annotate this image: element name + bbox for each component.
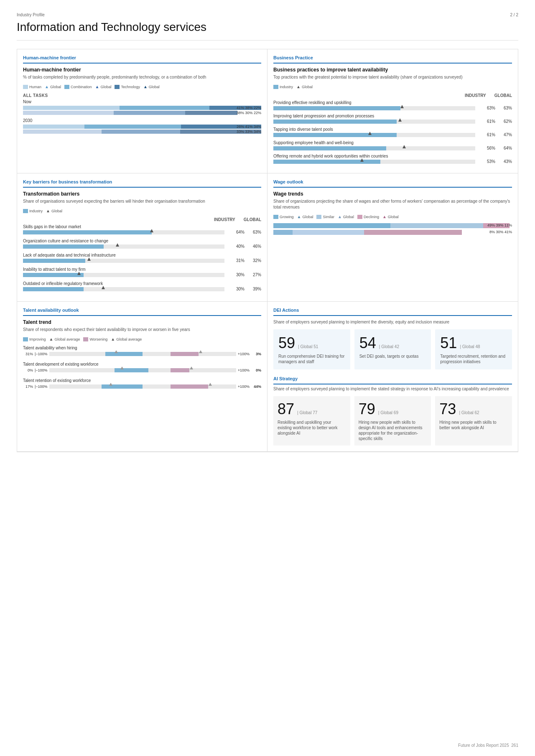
wage-subtitle: Share of organizations projecting the sh… bbox=[273, 199, 512, 210]
ai-number-1: 79 | Global 69 bbox=[359, 400, 427, 418]
dei-card-1: 54 | Global 42 Set DEI goals, targets or… bbox=[354, 329, 431, 369]
practice-label-3: Supporting employee health and well-bein… bbox=[273, 140, 512, 145]
talent-rows: Talent availability when hiring 31% |−10… bbox=[23, 346, 261, 389]
practice-values-3: 56%64% bbox=[479, 146, 512, 150]
practice-bar-bg-3 bbox=[273, 146, 475, 150]
wage-global-tri1: ▲ bbox=[297, 214, 301, 219]
barrier-label-2: Lack of adequate data and technical infr… bbox=[23, 253, 261, 257]
bp-industry-color bbox=[273, 85, 278, 89]
talent-header: Talent availability outlook bbox=[23, 308, 261, 316]
ai-strategy-section: AI Strategy Share of employers surveyed … bbox=[273, 376, 512, 445]
ai-desc-2: Hiring new people with skills to better … bbox=[439, 420, 508, 430]
barrier-bar-fill-1 bbox=[23, 244, 104, 249]
now-bar-1: 41% 38% 22% bbox=[23, 106, 261, 110]
y2030-combo-bar2 bbox=[102, 130, 180, 134]
wage-legend: Growing ▲ Global Similar ▲ Global Declin… bbox=[273, 214, 512, 219]
talent-row-label-2: Talent retention of existing workforce bbox=[23, 378, 261, 383]
barrier-row-4: Outdated or inflexible regulatory framew… bbox=[23, 281, 261, 291]
dei-number-0: 59 | Global 51 bbox=[278, 334, 345, 352]
wage-header: Wage outlook bbox=[273, 179, 512, 188]
talent-row-bars-2: 17% |−100% +100% 44% bbox=[23, 384, 261, 389]
talent-panel: Talent availability outlook Talent trend… bbox=[17, 302, 268, 452]
barrier-bar-fill-2 bbox=[23, 259, 85, 263]
practice-bar-fill-3 bbox=[273, 146, 386, 150]
talent-bar-bg-1 bbox=[49, 368, 236, 372]
legend-global3: ▲ Global bbox=[143, 84, 160, 89]
all-tasks-label: ALL TASKS bbox=[23, 93, 261, 98]
ai-strategy-header: AI Strategy bbox=[273, 376, 512, 384]
now-human-bar2 bbox=[23, 111, 114, 115]
bp-col-global: GLOBAL bbox=[494, 93, 512, 98]
practice-row-3: Supporting employee health and well-bein… bbox=[273, 140, 512, 150]
wage-growing-bar-2 bbox=[273, 230, 293, 235]
dei-card-2: 51 | Global 48 Targeted recruitment, ret… bbox=[435, 329, 512, 369]
barriers-global-triangle: ▲ bbox=[46, 209, 50, 213]
talent-right-marker-0: +100% bbox=[236, 352, 250, 356]
now-human-bar bbox=[23, 106, 120, 110]
barrier-label-4: Outdated or inflexible regulatory framew… bbox=[23, 281, 261, 286]
now-values-1: 41% 38% 22% bbox=[237, 106, 261, 110]
practice-marker-4 bbox=[360, 158, 364, 162]
wage-growing-bar-1 bbox=[273, 223, 390, 228]
now-combo-bar bbox=[120, 106, 209, 110]
barrier-row-2: Lack of adequate data and technical infr… bbox=[23, 253, 261, 263]
wage-legend-global2: ▲ Global bbox=[338, 214, 354, 219]
wage-legend-declining: Declining bbox=[357, 215, 379, 219]
barriers-col-global: GLOBAL bbox=[244, 217, 261, 222]
practice-bar-row-2: 61%47% bbox=[273, 132, 512, 137]
talent-subtitle: Share of respondents who expect their ta… bbox=[23, 327, 261, 333]
practice-row-2: Tapping into diverse talent pools 61%47% bbox=[273, 127, 512, 137]
talent-left-pct-1: 0% bbox=[23, 368, 35, 372]
barriers-legend-industry: Industry bbox=[23, 209, 43, 213]
legend-global2: ▲ Global bbox=[95, 84, 111, 89]
human-machine-header: Human-machine frontier bbox=[23, 55, 261, 64]
practice-bar-fill-0 bbox=[273, 106, 400, 110]
talent-worsen-bar-2 bbox=[171, 384, 208, 389]
ai-card-0: 87 | Global 77 Reskilling and upskilling… bbox=[273, 396, 350, 445]
dei-desc-0: Run comprehensive DEI training for manag… bbox=[278, 354, 345, 364]
barrier-bar-row-1: 40%46% bbox=[23, 244, 261, 249]
talent-row-bars-0: 31% |−100% +100% 3% bbox=[23, 352, 261, 356]
human-machine-title: Human-machine frontier bbox=[23, 67, 261, 73]
ai-number-2: 73 | Global 62 bbox=[439, 400, 508, 418]
barrier-bar-bg-0 bbox=[23, 230, 224, 234]
talent-left-pct-0: 31% bbox=[23, 352, 35, 356]
talent-worsen-bar-0 bbox=[171, 352, 199, 356]
footer: Future of Jobs Report 2025 261 bbox=[458, 743, 518, 748]
bp-col-industry: INDUSTRY bbox=[465, 93, 486, 98]
barrier-marker-1 bbox=[116, 243, 119, 247]
barrier-bar-bg-1 bbox=[23, 244, 224, 249]
barrier-values-1: 40%46% bbox=[228, 244, 261, 249]
practice-label-1: Improving talent progression and promoti… bbox=[273, 114, 512, 118]
practice-marker-3 bbox=[403, 145, 406, 148]
talent-global-tri1: ▲ bbox=[49, 337, 54, 341]
talent-worsening-color bbox=[83, 337, 88, 341]
barrier-bar-row-3: 30%27% bbox=[23, 272, 261, 277]
barriers-col-headers: INDUSTRY GLOBAL bbox=[23, 217, 261, 222]
footer-text: Future of Jobs Report 2025 261 bbox=[458, 743, 518, 748]
barrier-marker-3 bbox=[77, 272, 81, 275]
practice-bar-bg-1 bbox=[273, 120, 475, 124]
talent-marker-r-0 bbox=[199, 350, 202, 353]
talent-right-pct-1: 0% bbox=[250, 368, 261, 372]
practice-row-1: Improving talent progression and promoti… bbox=[273, 114, 512, 124]
talent-right-marker-1: +100% bbox=[236, 368, 250, 372]
human-color bbox=[23, 85, 28, 89]
talent-row-label-0: Talent availability when hiring bbox=[23, 346, 261, 350]
practice-values-1: 61%62% bbox=[479, 119, 512, 124]
barriers-subtitle: Share of organisations surveyed expectin… bbox=[23, 199, 261, 204]
wage-growing-color bbox=[273, 215, 278, 219]
talent-worsen-bar-1 bbox=[171, 368, 189, 372]
barrier-bar-fill-4 bbox=[23, 287, 84, 291]
bp-legend-global: ▲ Global bbox=[296, 84, 313, 89]
wage-panel: Wage outlook Wage trends Share of organi… bbox=[268, 173, 518, 302]
legend-global1: ▲ Global bbox=[45, 84, 61, 89]
practice-label-2: Tapping into diverse talent pools bbox=[273, 127, 512, 132]
combination-color bbox=[64, 85, 69, 89]
profile-type: Industry Profile bbox=[17, 13, 45, 17]
practice-row-4: Offering remote and hybrid work opportun… bbox=[273, 154, 512, 164]
barrier-label-3: Inability to attract talent to my firm bbox=[23, 267, 261, 272]
practice-values-0: 63%63% bbox=[479, 106, 512, 110]
barrier-bar-bg-3 bbox=[23, 273, 224, 277]
y2030-bar-group: 26% 41% 34% 33% 33% 34% bbox=[23, 125, 261, 134]
